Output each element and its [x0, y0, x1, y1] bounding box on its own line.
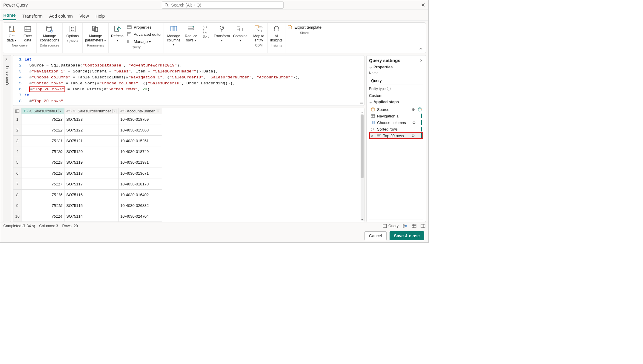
cell-salesordernumber[interactable]: SO75118 [64, 168, 119, 179]
cell-salesordernumber[interactable]: SO75121 [64, 136, 119, 146]
cell-salesorderid[interactable]: 75120 [21, 146, 64, 157]
step-sorted-rows[interactable]: ZA Sorted rows [369, 126, 423, 132]
options-button[interactable]: Options [64, 24, 81, 39]
cell-salesorderid[interactable]: 75121 [21, 136, 64, 146]
tab-view[interactable]: View [79, 12, 89, 20]
cell-salesordernumber[interactable]: SO75119 [64, 157, 119, 168]
cancel-button[interactable]: Cancel [364, 231, 387, 240]
cell-accountnumber[interactable]: 10-4030-024704 [118, 211, 162, 222]
export-template-button[interactable]: Export template [287, 24, 322, 30]
cell-salesordernumber[interactable]: SO75116 [64, 189, 119, 200]
cell-accountnumber[interactable]: 10-4030-015251 [118, 136, 162, 146]
column-header-salesorderid[interactable]: 1²₃ SalesOrderID ▾ [21, 108, 64, 114]
status-table-button[interactable] [412, 224, 416, 228]
reduce-rows-button[interactable]: Reduce rows ▾ [184, 24, 199, 43]
step-settings-button[interactable]: ⚙ [411, 134, 416, 138]
table-row[interactable]: 875116SO7511610-4030-016402 [13, 189, 162, 200]
cell-accountnumber[interactable]: 10-4030-018749 [118, 146, 162, 157]
get-data-button[interactable]: Get data ▾ [4, 24, 19, 43]
column-filter-dropdown[interactable]: ▾ [112, 109, 116, 113]
manage-parameters-button[interactable]: () Manage parameters ▾ [84, 24, 107, 43]
info-icon[interactable]: ⓘ [387, 86, 391, 92]
cell-salesordernumber[interactable]: SO75120 [64, 146, 119, 157]
step-navigation[interactable]: Navigation 1 [369, 113, 423, 119]
cell-salesordernumber[interactable]: SO75115 [64, 200, 119, 211]
cell-salesorderid[interactable]: 75122 [21, 125, 64, 136]
cell-salesordernumber[interactable]: SO75122 [64, 125, 119, 136]
cell-accountnumber[interactable]: 10-4030-016402 [118, 189, 162, 200]
cell-salesorderid[interactable]: 75123 [21, 114, 64, 125]
settings-expand-button[interactable] [419, 58, 423, 63]
ribbon-collapse-button[interactable] [418, 46, 424, 52]
cell-salesorderid[interactable]: 75116 [21, 189, 64, 200]
step-delete-button[interactable]: ✕ [370, 134, 375, 138]
step-choose-columns[interactable]: Choose columns ⚙ [369, 119, 423, 126]
cell-salesorderid[interactable]: 75119 [21, 157, 64, 168]
save-close-button[interactable]: Save & close [390, 231, 424, 240]
combine-button[interactable]: Combine▾ [232, 24, 249, 43]
cell-salesordernumber[interactable]: SO75114 [64, 211, 119, 222]
cell-salesorderid[interactable]: 75117 [21, 179, 64, 189]
cell-salesordernumber[interactable]: SO75123 [64, 114, 119, 125]
column-filter-dropdown[interactable]: ▾ [58, 109, 62, 113]
scroll-down-icon[interactable]: ▼ [361, 218, 364, 221]
cell-accountnumber[interactable]: 10-4030-011981 [118, 157, 162, 168]
cell-accountnumber[interactable]: 10-4030-013671 [118, 168, 162, 179]
close-button[interactable]: ✕ [421, 2, 425, 8]
table-row[interactable]: 575119SO7511910-4030-011981 [13, 157, 162, 168]
scroll-thumb[interactable] [361, 114, 364, 178]
cell-salesorderid[interactable]: 75114 [21, 211, 64, 222]
step-settings-button[interactable]: ⚙ [412, 107, 416, 111]
status-query-button[interactable]: Query [382, 224, 399, 228]
cell-accountnumber[interactable]: 10-4030-015868 [118, 125, 162, 136]
advanced-editor-icon [127, 32, 132, 37]
editor-code[interactable]: let Source = Sql.Database("ContosoDataba… [23, 57, 364, 104]
step-source[interactable]: Source ⚙ [369, 106, 423, 113]
table-row[interactable]: 175123SO7512310-4030-018759 [13, 114, 162, 125]
properties-button[interactable]: Properties [126, 24, 162, 30]
cell-salesordernumber[interactable]: SO75117 [64, 179, 119, 189]
transform-dropdown-button[interactable]: Transform▾ [213, 24, 230, 43]
manage-button[interactable]: Manage ▾ [126, 38, 162, 45]
step-settings-button[interactable]: ⚙ [412, 120, 416, 125]
tab-add-column[interactable]: Add column [49, 12, 73, 20]
grid-scrollbar[interactable]: ▲ ▼ [361, 114, 364, 221]
tab-home[interactable]: Home [3, 11, 16, 20]
advanced-editor-button[interactable]: Advanced editor [126, 31, 162, 38]
table-corner[interactable] [13, 108, 21, 114]
column-filter-dropdown[interactable]: ▾ [156, 109, 160, 113]
cell-salesorderid[interactable]: 75118 [21, 168, 64, 179]
column-header-salesordernumber[interactable]: AᴮC SalesOrderNumber ▾ [64, 108, 119, 114]
queries-expand-button[interactable] [4, 57, 10, 63]
properties-section-toggle[interactable]: ⌄ Properties [369, 65, 423, 69]
map-to-entity-button[interactable]: CDM Map to entity [251, 24, 266, 43]
status-layout-button[interactable] [421, 224, 425, 228]
tab-help[interactable]: Help [96, 12, 105, 20]
table-row[interactable]: 1075114SO7511410-4030-024704 [13, 211, 162, 222]
step-top-20-rows[interactable]: ✕ Top 20 rows ⚙ [369, 132, 423, 139]
tab-transform[interactable]: Transform [22, 12, 43, 20]
enter-data-button[interactable]: Enter data [20, 24, 35, 43]
table-row[interactable]: 775117SO7511710-4030-018178 [13, 179, 162, 189]
refresh-button[interactable]: Refresh▾ [110, 24, 125, 43]
status-step-button[interactable] [403, 224, 407, 228]
ai-insights-button[interactable]: AI insights [269, 24, 284, 43]
table-row[interactable]: 475120SO7512010-4030-018749 [13, 146, 162, 157]
table-row[interactable]: 975115SO7511510-4030-026832 [13, 200, 162, 211]
query-name-input[interactable] [369, 77, 423, 84]
manage-columns-button[interactable]: Manage columns ▾ [165, 24, 182, 47]
column-header-accountnumber[interactable]: AᴮC AccountNumber ▾ [118, 108, 162, 114]
applied-steps-section-toggle[interactable]: ⌄ Applied steps [369, 100, 423, 104]
cell-accountnumber[interactable]: 10-4030-018759 [118, 114, 162, 125]
cell-accountnumber[interactable]: 10-4030-026832 [118, 200, 162, 211]
cell-accountnumber[interactable]: 10-4030-018178 [118, 179, 162, 189]
formula-editor[interactable]: 12345678 let Source = Sql.Database("Cont… [13, 55, 364, 106]
manage-connections-button[interactable]: Manage connections [38, 24, 61, 43]
cell-salesorderid[interactable]: 75115 [21, 200, 64, 211]
table-row[interactable]: 675118SO7511810-4030-013671 [13, 168, 162, 179]
sort-button[interactable]: AZZ A [201, 24, 210, 34]
table-row[interactable]: 375121SO7512110-4030-015251 [13, 136, 162, 146]
global-search[interactable]: Search (Alt + Q) [162, 1, 284, 9]
scroll-up-icon[interactable]: ▲ [361, 111, 364, 114]
table-row[interactable]: 275122SO7512210-4030-015868 [13, 125, 162, 136]
